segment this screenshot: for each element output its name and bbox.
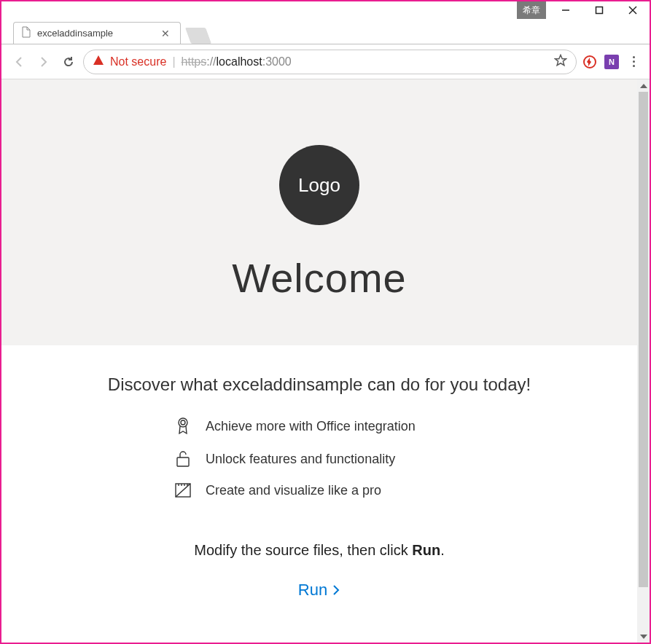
unlock-icon	[174, 450, 192, 468]
badge-icon	[174, 417, 192, 436]
subtitle-text: Discover what exceladdinsample can do fo…	[1, 374, 637, 395]
nav-reload-button[interactable]	[58, 52, 79, 72]
onenote-icon: N	[604, 55, 619, 69]
window-maximize-button[interactable]	[582, 1, 616, 19]
window-minimize-button[interactable]	[549, 1, 582, 19]
feature-text: Achieve more with Office integration	[206, 419, 416, 434]
address-bar[interactable]: Not secure | https://localhost:3000	[83, 50, 577, 74]
bookmark-star-button[interactable]	[554, 54, 567, 70]
hero-section: Logo Welcome	[1, 79, 637, 345]
tab-close-button[interactable]: ✕	[158, 28, 173, 39]
instruction-text: Modify the source files, then click Run.	[1, 542, 637, 559]
design-icon	[174, 482, 192, 498]
address-divider: |	[172, 55, 175, 68]
not-secure-label: Not secure	[110, 55, 166, 68]
nav-back-button[interactable]	[9, 52, 29, 72]
file-icon	[21, 26, 31, 40]
scroll-track[interactable]	[637, 92, 650, 630]
window-close-button[interactable]	[616, 1, 650, 19]
svg-marker-10	[640, 84, 647, 88]
nav-forward-button[interactable]	[34, 52, 54, 72]
input-method-badge: 希章	[517, 1, 546, 19]
new-tab-button[interactable]	[185, 28, 211, 44]
svg-rect-8	[177, 458, 189, 466]
window-titlebar: 希章	[1, 1, 650, 19]
adblock-extension-button[interactable]	[581, 53, 599, 71]
page-content: Logo Welcome Discover what exceladdinsam…	[1, 79, 637, 643]
list-item: Create and visualize like a pro	[174, 482, 465, 498]
list-item: Unlock features and functionality	[174, 450, 465, 468]
url-text: https://localhost:3000	[182, 55, 292, 68]
not-secure-icon	[93, 55, 104, 69]
feature-list: Achieve more with Office integration Unl…	[1, 417, 637, 498]
svg-marker-4	[556, 55, 566, 65]
feature-text: Create and visualize like a pro	[206, 483, 381, 498]
run-link[interactable]: Run	[1, 581, 637, 600]
scroll-up-button[interactable]	[637, 79, 650, 92]
feature-text: Unlock features and functionality	[206, 452, 395, 467]
svg-point-7	[181, 420, 185, 425]
svg-rect-1	[596, 7, 603, 14]
welcome-heading: Welcome	[1, 254, 637, 302]
svg-point-6	[179, 418, 187, 427]
browser-toolbar: Not secure | https://localhost:3000 N	[1, 44, 650, 79]
browser-menu-button[interactable]	[625, 53, 642, 71]
scroll-thumb[interactable]	[639, 92, 648, 587]
scroll-down-button[interactable]	[637, 630, 650, 643]
onenote-extension-button[interactable]: N	[603, 53, 620, 71]
tab-title: exceladdinsample	[37, 28, 113, 39]
browser-tabstrip: exceladdinsample ✕	[1, 19, 650, 44]
list-item: Achieve more with Office integration	[174, 417, 465, 436]
vertical-scrollbar[interactable]	[637, 79, 650, 643]
svg-marker-11	[640, 635, 647, 639]
logo-placeholder: Logo	[279, 145, 359, 225]
browser-tab[interactable]: exceladdinsample ✕	[13, 22, 181, 44]
